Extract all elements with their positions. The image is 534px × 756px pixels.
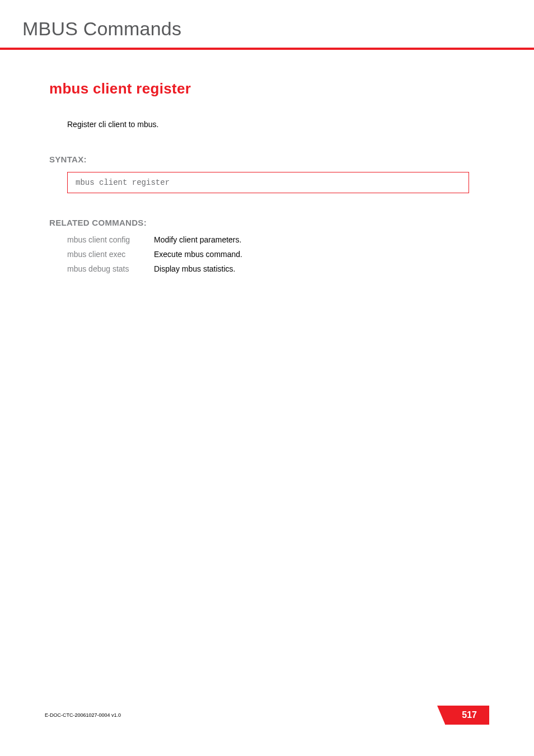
page-footer: E-DOC-CTC-20061027-0004 v1.0 517 bbox=[0, 706, 534, 725]
related-commands-label: RELATED COMMANDS: bbox=[49, 218, 489, 227]
related-command-name: mbus client exec bbox=[67, 250, 154, 259]
table-row: mbus debug stats Display mbus statistics… bbox=[67, 264, 489, 273]
command-heading: mbus client register bbox=[49, 80, 489, 97]
content-area: mbus client register Register cli client… bbox=[0, 50, 534, 273]
table-row: mbus client config Modify client paramet… bbox=[67, 235, 489, 244]
syntax-label: SYNTAX: bbox=[49, 155, 489, 164]
document-id: E-DOC-CTC-20061027-0004 v1.0 bbox=[45, 712, 121, 718]
syntax-box: mbus client register bbox=[67, 172, 469, 193]
related-command-name: mbus debug stats bbox=[67, 264, 154, 273]
table-row: mbus client exec Execute mbus command. bbox=[67, 250, 489, 259]
related-command-desc: Display mbus statistics. bbox=[154, 264, 235, 273]
related-command-desc: Execute mbus command. bbox=[154, 250, 242, 259]
page-header: MBUS Commands bbox=[0, 0, 534, 48]
page-number-badge: 517 bbox=[445, 706, 489, 725]
command-description: Register cli client to mbus. bbox=[67, 120, 489, 129]
related-command-name: mbus client config bbox=[67, 235, 154, 244]
related-command-desc: Modify client parameters. bbox=[154, 235, 241, 244]
related-commands-table: mbus client config Modify client paramet… bbox=[67, 235, 489, 273]
chapter-title: MBUS Commands bbox=[22, 18, 512, 40]
